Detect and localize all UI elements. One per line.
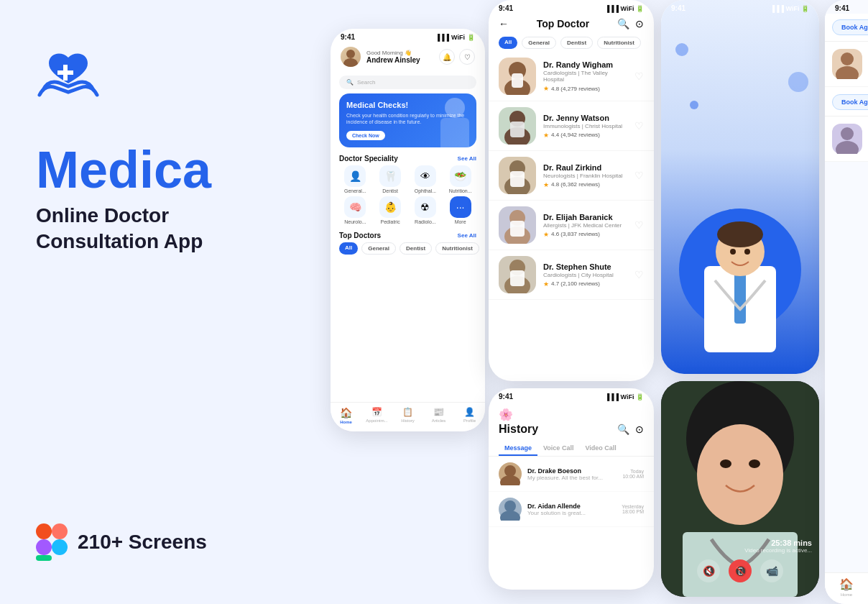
nav-history[interactable]: 📋 History (392, 407, 423, 424)
phone-home: 9:41 ▐▐▐ WiFi 🔋 Good Morning 👋 Andrew Ai… (331, 29, 485, 431)
phone-4-background: 9:41 ▐▐▐ WiFi 🔋 (661, 0, 819, 374)
filter-icon[interactable]: ⊙ (635, 18, 644, 29)
favorite-icon-stephen[interactable]: ♡ (634, 269, 644, 280)
filter-general[interactable]: General (361, 242, 396, 255)
history-item-drake[interactable]: Dr. Drake Boeson My pleasure. All the be… (489, 457, 654, 492)
svg-rect-11 (512, 73, 523, 88)
brand-name: Medica (36, 144, 280, 196)
p2-filter-nutritionist[interactable]: Nutritionist (597, 37, 641, 49)
doctor-photo-elijah (499, 206, 536, 244)
search-bar[interactable]: 🔍 Search (339, 76, 476, 89)
tab-message[interactable]: Message (499, 441, 537, 456)
specialty-dentist[interactable]: 🦷 Dentist (374, 165, 407, 193)
svg-point-37 (720, 459, 731, 468)
end-call-btn[interactable]: 📵 (729, 559, 752, 582)
p2-header: ← Top Doctor 🔍 ⊙ (489, 14, 654, 34)
screens-count: 210+ Screens (78, 531, 207, 554)
p2-filter-general[interactable]: General (522, 37, 556, 49)
mute-btn[interactable]: 🔇 (697, 559, 720, 582)
logo-icon (36, 43, 101, 108)
specialty-more[interactable]: ··· More (444, 196, 476, 224)
filter-nutritionist[interactable]: Nutritionist (435, 242, 479, 255)
nav-home[interactable]: 🏠 Home (331, 407, 361, 424)
svg-point-6 (343, 58, 358, 67)
favorite-icon-randy[interactable]: ♡ (634, 70, 644, 82)
history-tabs: Message Voice Call Video Call (489, 439, 654, 457)
p6-doc-jada[interactable]: Dr. Jada St... Voice Call - Nov 06, 2022 (825, 116, 868, 162)
p6-nav-home[interactable]: 🏠 Home (825, 577, 868, 597)
video-overlay: 25:38 mins Video recording is active... … (668, 539, 812, 582)
p6-top-section: Book Again (825, 14, 868, 42)
book-again-btn-2[interactable]: Book Again (832, 94, 868, 110)
doctor-photo-raul (499, 157, 536, 194)
nav-articles[interactable]: 📰 Articles (423, 407, 454, 424)
back-button[interactable]: ← (499, 18, 509, 29)
tab-video-call[interactable]: Video Call (579, 441, 622, 456)
banner-btn[interactable]: Check Now (346, 131, 385, 140)
svg-rect-23 (510, 270, 525, 286)
notification-icon[interactable]: 🔔 (439, 49, 455, 65)
top-doctors-header: Top Doctors See All (331, 227, 485, 241)
doctor-card-raul[interactable]: Dr. Raul Zirkind Neurologists | Franklin… (489, 151, 654, 201)
history-avatar-drake (499, 462, 522, 485)
svg-rect-20 (510, 221, 525, 237)
status-bar-2: 9:41 ▐▐▐ WiFi 🔋 (489, 0, 654, 14)
status-bar-3: 9:41 ▐▐▐ WiFi 🔋 (489, 388, 654, 402)
svg-point-43 (836, 141, 859, 154)
filter-all[interactable]: All (339, 242, 358, 255)
banner: Medical Checks! Check your health condit… (339, 93, 476, 147)
svg-point-32 (730, 249, 736, 255)
doctor-card-elijah[interactable]: Dr. Elijah Baranick Allergists | JFK Med… (489, 201, 654, 250)
p2-filter-all[interactable]: All (499, 37, 517, 49)
specialty-radio[interactable]: ☢ Radiolo... (410, 196, 442, 224)
doctor-info-jenny: Dr. Jenny Watson Immunologists | Christ … (543, 114, 627, 139)
tab-voice-call[interactable]: Voice Call (537, 441, 579, 456)
phone-appointments: 9:41 ▐▐▐🔋 Book Again Dr. Iker H... Messa… (825, 0, 868, 604)
svg-point-26 (504, 500, 516, 512)
heart-icon[interactable]: ♡ (459, 49, 475, 65)
filter-dentist[interactable]: Dentist (400, 242, 432, 255)
phone-history: 9:41 ▐▐▐ WiFi 🔋 🌸 History 🔍 ⊙ Message Vo… (489, 388, 654, 590)
svg-point-41 (836, 66, 859, 79)
svg-rect-1 (52, 523, 68, 539)
favorite-icon-jenny[interactable]: ♡ (634, 120, 644, 132)
history-search-icon[interactable]: 🔍 (617, 424, 629, 435)
specialty-ophthal[interactable]: 👁 Ophthal... (410, 165, 442, 193)
history-item-aidan[interactable]: Dr. Aidan Allende Your solution is great… (489, 492, 654, 527)
p6-doc-iker[interactable]: Dr. Iker H... Messaging - Nov 22, 2022 (825, 42, 868, 87)
specialty-general[interactable]: 👤 General... (339, 165, 371, 193)
p2-filter-dentist[interactable]: Dentist (560, 37, 593, 49)
doctor-photo-stephen (499, 256, 536, 293)
phone-5-background: 25:38 mins Video recording is active... … (661, 381, 819, 597)
filter-pills: All General Dentist Nutritionist (331, 241, 485, 256)
specialty-pediatric[interactable]: 👶 Pediatric (374, 196, 407, 224)
favorite-icon-raul[interactable]: ♡ (634, 170, 644, 181)
p2-filter-pills: All General Dentist Nutritionist (489, 34, 654, 52)
doctor-photo-randy (499, 58, 536, 95)
doctor-card-jenny[interactable]: Dr. Jenny Watson Immunologists | Christ … (489, 101, 654, 151)
p6-photo-iker (832, 49, 862, 79)
nav-profile[interactable]: 👤 Profile (454, 407, 485, 424)
svg-point-4 (52, 539, 68, 555)
doctor-card-randy[interactable]: Dr. Randy Wigham Cardiologists | The Val… (489, 52, 654, 101)
left-section: Medica Online Doctor Consultation App 21… (0, 0, 316, 604)
svg-point-42 (841, 127, 854, 140)
p6-book-again-2: Book Again (825, 87, 868, 116)
camera-btn[interactable]: 📹 (760, 559, 783, 582)
history-filter-icon[interactable]: ⊙ (635, 424, 644, 435)
phones-area: 9:41 ▐▐▐ WiFi 🔋 Good Morning 👋 Andrew Ai… (316, 0, 868, 604)
favorite-icon-elijah[interactable]: ♡ (634, 219, 644, 231)
video-controls: 🔇 📵 📹 (668, 559, 812, 582)
deco-dot-3 (690, 101, 698, 109)
book-again-btn-1[interactable]: Book Again (832, 19, 868, 35)
doctor-photo-jenny (499, 107, 536, 145)
specialty-neuro[interactable]: 🧠 Neurolo... (339, 196, 371, 224)
search-icon[interactable]: 🔍 (617, 18, 629, 29)
p2-header-icons: 🔍 ⊙ (617, 18, 644, 29)
doctor-card-stephen[interactable]: Dr. Stephen Shute Cardiologists | City H… (489, 250, 654, 300)
specialty-nutrition[interactable]: 🥗 Nutrition... (444, 165, 476, 193)
nav-appointments[interactable]: 📅 Appointm... (361, 407, 392, 424)
status-bar-6: 9:41 ▐▐▐🔋 (825, 0, 868, 14)
doctor-info-raul: Dr. Raul Zirkind Neurologists | Franklin… (543, 163, 627, 188)
history-info-aidan: Dr. Aidan Allende Your solution is great… (527, 503, 616, 516)
